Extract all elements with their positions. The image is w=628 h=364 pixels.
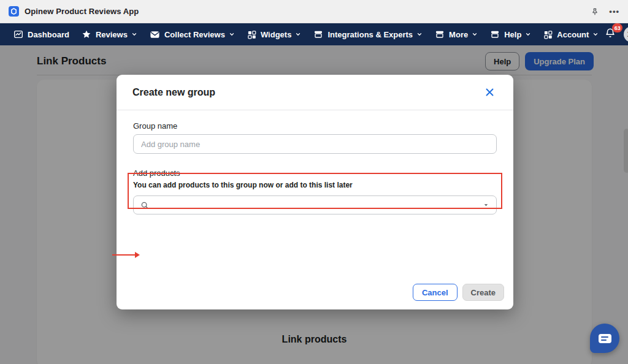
app-title: Opinew Product Reviews App [25, 7, 139, 16]
close-icon[interactable] [482, 85, 497, 100]
nav-item-integrations-experts[interactable]: Integrations & Experts [307, 23, 429, 45]
dropdown-caret-icon[interactable] [483, 202, 489, 208]
chat-launcher-button[interactable] [590, 324, 619, 353]
notification-count-badge: 63 [612, 23, 622, 32]
nav-item-collect-reviews[interactable]: Collect Reviews [144, 23, 241, 45]
product-search-input[interactable] [154, 200, 483, 210]
group-name-input[interactable] [133, 134, 497, 154]
add-products-label: Add products [133, 169, 497, 178]
nav-item-widgets[interactable]: Widgets [241, 23, 307, 45]
nav-label: Dashboard [28, 30, 69, 39]
chevron-down-icon [472, 31, 478, 37]
more-options-icon[interactable]: ••• [609, 7, 619, 16]
main-navigation: Dashboard Reviews Collect Reviews Widget… [0, 23, 628, 45]
chevron-down-icon [592, 31, 599, 37]
nav-label: Reviews [96, 30, 128, 39]
grid-icon [543, 30, 553, 39]
envelope-icon [150, 29, 160, 40]
chevron-down-icon [525, 31, 531, 37]
chart-icon [13, 29, 23, 39]
archive-icon [490, 29, 500, 39]
pin-icon[interactable] [591, 7, 599, 16]
product-search-select[interactable] [133, 195, 497, 214]
chevron-down-icon [131, 31, 137, 37]
nav-item-reviews[interactable]: Reviews [75, 23, 144, 45]
search-icon [140, 201, 149, 210]
archive-icon [435, 29, 445, 39]
create-group-modal: Create new group Group name Add products… [117, 75, 513, 309]
star-icon [82, 29, 91, 39]
nav-label: Help [504, 30, 521, 39]
notifications-button[interactable]: 63 [605, 28, 616, 41]
nav-label: Widgets [261, 30, 291, 39]
account-avatar[interactable]: XD [624, 26, 628, 42]
nav-item-account[interactable]: Account [537, 23, 605, 45]
nav-label: Collect Reviews [164, 30, 225, 39]
chevron-down-icon [229, 31, 235, 37]
add-products-hint: You can add products to this group now o… [133, 181, 497, 189]
opinew-logo-icon [9, 6, 19, 17]
grid-icon [247, 30, 256, 39]
group-name-label: Group name [133, 121, 497, 131]
nav-item-more[interactable]: More [429, 23, 484, 45]
create-button[interactable]: Create [462, 284, 504, 301]
chevron-down-icon [295, 31, 301, 37]
chat-icon [599, 334, 611, 343]
nav-item-help[interactable]: Help [484, 23, 537, 45]
cancel-button[interactable]: Cancel [413, 284, 458, 301]
chevron-down-icon [416, 31, 423, 37]
nav-item-dashboard[interactable]: Dashboard [7, 23, 75, 45]
archive-icon [313, 29, 323, 39]
topbar: Opinew Product Reviews App ••• [0, 0, 628, 23]
nav-label: More [449, 30, 468, 39]
nav-label: Integrations & Experts [327, 30, 413, 39]
nav-label: Account [557, 30, 589, 39]
modal-title: Create new group [132, 87, 215, 98]
